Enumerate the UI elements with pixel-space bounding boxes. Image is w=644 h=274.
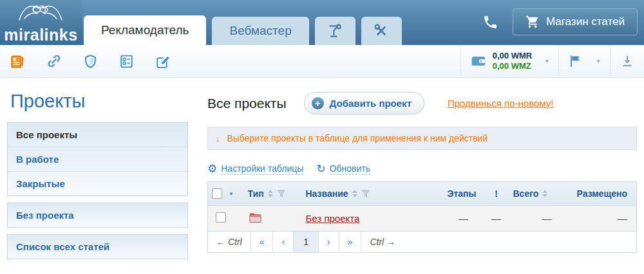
select-all-checkbox[interactable] [212,188,222,199]
pagination-ctrl-left: ← Ctrl [208,232,251,252]
down-arrow-icon: ↓ [216,134,220,143]
add-project-button[interactable]: + Добавить проект [304,92,424,114]
wallet-icon [470,53,487,69]
selection-notice-text: Выберите проекты в таблице для применени… [227,133,488,143]
tab-cocktail[interactable] [315,17,355,45]
pagination-first[interactable]: « [251,232,274,252]
miralinks-logo[interactable]: miralinks [0,0,82,45]
tab-webmaster-label: Вебмастер [229,24,291,38]
edit-icon[interactable] [155,53,171,69]
column-total[interactable]: Всего [509,182,561,206]
table-tools-row: ⚙ Настройки таблицы ↻ Обновить [207,162,637,176]
balance-dropdown[interactable]: 0,00 WMR 0,00 WMZ ▼ [460,45,558,77]
shield-icon[interactable] [82,53,99,69]
column-type-label: Тип [248,188,264,199]
sidebar-group-articles: Список всех статей [7,234,188,259]
folder-icon [248,211,263,224]
top-header: miralinks Рекламодатель Вебмастер [0,0,644,45]
row-total: — [509,206,561,232]
download-icon [620,53,635,69]
sort-icon[interactable] [542,190,547,197]
flag-dropdown[interactable]: ▼ [558,45,610,77]
row-exclamation: — [484,206,509,232]
main-title: Все проекты [207,96,287,111]
article-shop-button[interactable]: Магазин статей [513,8,638,35]
balance-wmz: 0,00 WMZ [493,61,532,71]
filter-funnel-icon[interactable] [361,190,370,198]
logo-text: miralinks [4,27,77,43]
chevron-down-icon: ▼ [596,59,601,64]
row-checkbox-cell [208,206,244,232]
download-button[interactable] [610,45,644,77]
sidebar-item-all-articles[interactable]: Список всех статей [8,235,187,259]
flag-icon [568,53,583,69]
gear-icon: ⚙ [207,162,217,176]
sidebar-item-no-project[interactable]: Без проекта [8,203,187,227]
table-settings-link[interactable]: ⚙ Настройки таблицы [207,162,303,176]
column-name[interactable]: Название [302,182,444,206]
column-total-label: Всего [513,188,539,199]
page-title: Проекты [10,91,188,112]
balance-wmr: 0,00 WMR [493,51,532,61]
tab-advertiser-label: Рекламодатель [101,23,189,37]
toolbar-left-icons [0,45,171,77]
selection-notice: ↓ Выберите проекты в таблице для примене… [207,127,637,150]
header-checkbox-cell: ▼ [208,182,244,206]
column-stages[interactable]: Этапы [444,182,484,206]
page: miralinks Рекламодатель Вебмастер [0,0,644,274]
project-link[interactable]: Без проекта [306,213,360,224]
select-menu-caret-icon[interactable]: ▼ [229,191,234,197]
phone-icon[interactable] [482,14,498,30]
tab-webmaster[interactable]: Вебмастер [212,17,308,45]
sort-icon[interactable] [352,190,357,197]
filter-funnel-icon[interactable] [277,190,286,198]
main-header-row: Все проекты + Добавить проект Продвинься… [207,92,637,114]
cocktail-icon [327,23,343,39]
column-type[interactable]: Тип [244,182,302,206]
refresh-label: Обновить [330,163,370,175]
main-tabs: Рекламодатель Вебмастер [84,15,402,45]
pagination-spacer [404,232,636,252]
sidebar-item-all-projects[interactable]: Все проекты [8,123,187,147]
column-exclamation[interactable]: ! [484,182,509,206]
pagination-ctrl-right: Ctrl → [361,232,404,252]
promo-link[interactable]: Продвинься по-новому! [448,98,554,109]
sort-icon[interactable] [268,190,273,197]
table-header-row: ▼ Тип [208,182,637,206]
row-placed: — [561,206,637,232]
tools-icon [373,23,390,39]
sidebar-group-no-project: Без проекта [7,203,188,228]
chevron-down-icon: ▼ [544,59,549,64]
refresh-icon: ↻ [316,162,325,176]
row-stages: — [444,206,484,232]
sidebar: Проекты Все проекты В работе Закрытые Бе… [7,78,188,266]
pagination-current-page: 1 [294,232,319,252]
sidebar-item-closed[interactable]: Закрытые [8,171,187,196]
sidebar-item-in-work[interactable]: В работе [8,147,187,171]
article-shop-label: Магазин статей [546,15,625,28]
refresh-link[interactable]: ↻ Обновить [316,162,370,176]
add-project-label: Добавить проект [330,98,412,109]
column-name-label: Название [306,188,348,199]
pagination: ← Ctrl « ‹ 1 › » Ctrl → [207,232,637,253]
pagination-prev[interactable]: ‹ [273,232,294,252]
tab-advertiser[interactable]: Рекламодатель [84,15,206,45]
link-icon[interactable] [46,53,62,69]
pagination-next[interactable]: › [319,232,339,252]
balance-amounts: 0,00 WMR 0,00 WMZ [493,51,532,72]
table-settings-label: Настройки таблицы [221,163,303,175]
tab-tools[interactable] [361,17,402,45]
toolbar-right: 0,00 WMR 0,00 WMZ ▼ ▼ [460,45,644,77]
header-right: Магазин статей [482,8,638,35]
content: Проекты Все проекты В работе Закрытые Бе… [0,78,644,266]
list-icon[interactable] [118,53,135,69]
row-checkbox[interactable] [216,212,226,223]
main-area: Все проекты + Добавить проект Продвинься… [188,78,637,266]
plus-icon: + [312,97,324,109]
pagination-last[interactable]: » [339,232,362,252]
news-icon[interactable] [10,53,26,69]
row-name-cell: Без проекта [302,206,444,232]
column-placed[interactable]: Размещено [561,182,637,206]
table-row: Без проекта — — — — [208,206,637,232]
hands-logo-icon [15,0,66,24]
